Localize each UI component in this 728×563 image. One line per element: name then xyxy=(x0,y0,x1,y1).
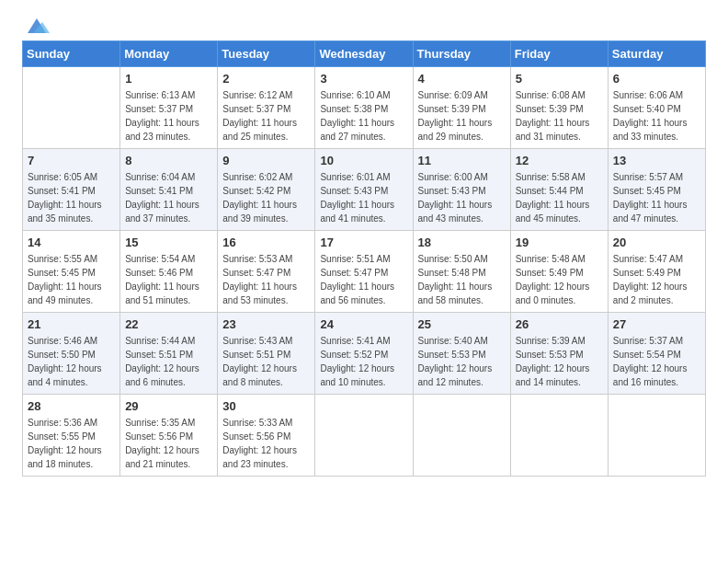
day-number: 11 xyxy=(418,154,506,167)
header-monday: Monday xyxy=(120,41,218,67)
day-number: 26 xyxy=(516,317,603,331)
calendar-cell: 23Sunrise: 5:43 AMSunset: 5:51 PMDayligh… xyxy=(218,313,315,395)
calendar-week-row: 14Sunrise: 5:55 AMSunset: 5:45 PMDayligh… xyxy=(23,231,706,313)
calendar-cell: 29Sunrise: 5:35 AMSunset: 5:56 PMDayligh… xyxy=(120,395,218,477)
day-number: 28 xyxy=(28,399,115,413)
day-number: 5 xyxy=(516,72,603,86)
calendar-cell: 4Sunrise: 6:09 AMSunset: 5:39 PMDaylight… xyxy=(413,67,510,149)
day-number: 4 xyxy=(418,72,506,86)
day-info: Sunrise: 5:47 AMSunset: 5:49 PMDaylight:… xyxy=(613,254,688,305)
day-number: 30 xyxy=(222,399,310,413)
day-number: 1 xyxy=(125,72,212,86)
day-info: Sunrise: 6:05 AMSunset: 5:41 PMDaylight:… xyxy=(28,172,102,224)
calendar-cell: 14Sunrise: 5:55 AMSunset: 5:45 PMDayligh… xyxy=(23,231,120,313)
day-number: 17 xyxy=(320,236,407,249)
day-number: 14 xyxy=(28,236,115,249)
day-number: 16 xyxy=(222,236,310,249)
day-number: 19 xyxy=(516,236,603,249)
day-number: 21 xyxy=(28,317,115,331)
day-info: Sunrise: 6:10 AMSunset: 5:38 PMDaylight:… xyxy=(320,90,394,142)
calendar-cell: 7Sunrise: 6:05 AMSunset: 5:41 PMDaylight… xyxy=(23,149,120,231)
day-info: Sunrise: 5:58 AMSunset: 5:44 PMDaylight:… xyxy=(516,172,590,224)
day-number: 6 xyxy=(613,72,700,86)
day-info: Sunrise: 5:44 AMSunset: 5:51 PMDaylight:… xyxy=(125,336,199,387)
day-number: 22 xyxy=(125,317,212,331)
day-info: Sunrise: 5:48 AMSunset: 5:49 PMDaylight:… xyxy=(516,254,590,305)
calendar-cell xyxy=(413,395,510,477)
calendar-cell xyxy=(510,395,608,477)
day-info: Sunrise: 5:46 AMSunset: 5:50 PMDaylight:… xyxy=(28,336,102,387)
calendar-cell: 28Sunrise: 5:36 AMSunset: 5:55 PMDayligh… xyxy=(23,395,120,477)
calendar-cell: 13Sunrise: 5:57 AMSunset: 5:45 PMDayligh… xyxy=(608,149,705,231)
day-number: 18 xyxy=(418,236,506,249)
day-info: Sunrise: 5:35 AMSunset: 5:56 PMDaylight:… xyxy=(125,418,199,469)
calendar-cell: 1Sunrise: 6:13 AMSunset: 5:37 PMDaylight… xyxy=(120,67,218,149)
logo-icon xyxy=(24,17,50,37)
calendar-cell: 2Sunrise: 6:12 AMSunset: 5:37 PMDaylight… xyxy=(218,67,315,149)
calendar-cell: 3Sunrise: 6:10 AMSunset: 5:38 PMDaylight… xyxy=(315,67,413,149)
day-info: Sunrise: 6:12 AMSunset: 5:37 PMDaylight:… xyxy=(222,90,297,142)
calendar-cell: 12Sunrise: 5:58 AMSunset: 5:44 PMDayligh… xyxy=(510,149,608,231)
calendar-cell: 16Sunrise: 5:53 AMSunset: 5:47 PMDayligh… xyxy=(218,231,315,313)
day-info: Sunrise: 5:55 AMSunset: 5:45 PMDaylight:… xyxy=(28,254,102,305)
calendar-week-row: 28Sunrise: 5:36 AMSunset: 5:55 PMDayligh… xyxy=(23,395,706,477)
calendar-cell: 15Sunrise: 5:54 AMSunset: 5:46 PMDayligh… xyxy=(120,231,218,313)
day-info: Sunrise: 6:06 AMSunset: 5:40 PMDaylight:… xyxy=(613,90,688,142)
day-number: 29 xyxy=(125,399,212,413)
calendar-cell: 26Sunrise: 5:39 AMSunset: 5:53 PMDayligh… xyxy=(510,313,608,395)
calendar-table: SundayMondayTuesdayWednesdayThursdayFrid… xyxy=(22,40,706,477)
calendar-week-row: 1Sunrise: 6:13 AMSunset: 5:37 PMDaylight… xyxy=(23,67,706,149)
day-info: Sunrise: 6:09 AMSunset: 5:39 PMDaylight:… xyxy=(418,90,493,142)
calendar-cell xyxy=(23,67,120,149)
calendar-cell: 11Sunrise: 6:00 AMSunset: 5:43 PMDayligh… xyxy=(413,149,510,231)
logo xyxy=(22,18,50,31)
header-tuesday: Tuesday xyxy=(218,41,315,67)
day-number: 9 xyxy=(222,154,310,167)
calendar-header-row: SundayMondayTuesdayWednesdayThursdayFrid… xyxy=(23,41,706,67)
day-number: 12 xyxy=(516,154,603,167)
day-number: 27 xyxy=(613,317,700,331)
day-number: 8 xyxy=(125,154,212,167)
day-number: 20 xyxy=(613,236,700,249)
header-sunday: Sunday xyxy=(23,41,120,67)
day-info: Sunrise: 5:39 AMSunset: 5:53 PMDaylight:… xyxy=(516,336,590,387)
day-info: Sunrise: 6:00 AMSunset: 5:43 PMDaylight:… xyxy=(418,172,493,224)
day-number: 2 xyxy=(222,72,310,86)
calendar-cell: 22Sunrise: 5:44 AMSunset: 5:51 PMDayligh… xyxy=(120,313,218,395)
day-info: Sunrise: 6:13 AMSunset: 5:37 PMDaylight:… xyxy=(125,90,199,142)
page-header xyxy=(22,18,706,31)
day-info: Sunrise: 5:33 AMSunset: 5:56 PMDaylight:… xyxy=(222,418,297,469)
calendar-cell: 10Sunrise: 6:01 AMSunset: 5:43 PMDayligh… xyxy=(315,149,413,231)
calendar-cell xyxy=(608,395,705,477)
day-info: Sunrise: 5:57 AMSunset: 5:45 PMDaylight:… xyxy=(613,172,688,224)
calendar-cell: 5Sunrise: 6:08 AMSunset: 5:39 PMDaylight… xyxy=(510,67,608,149)
header-saturday: Saturday xyxy=(608,41,705,67)
header-friday: Friday xyxy=(510,41,608,67)
day-info: Sunrise: 5:40 AMSunset: 5:53 PMDaylight:… xyxy=(418,336,493,387)
day-info: Sunrise: 5:50 AMSunset: 5:48 PMDaylight:… xyxy=(418,254,493,305)
day-info: Sunrise: 5:36 AMSunset: 5:55 PMDaylight:… xyxy=(28,418,102,469)
calendar-cell: 17Sunrise: 5:51 AMSunset: 5:47 PMDayligh… xyxy=(315,231,413,313)
calendar-cell: 18Sunrise: 5:50 AMSunset: 5:48 PMDayligh… xyxy=(413,231,510,313)
day-number: 24 xyxy=(320,317,407,331)
calendar-week-row: 21Sunrise: 5:46 AMSunset: 5:50 PMDayligh… xyxy=(23,313,706,395)
calendar-cell: 21Sunrise: 5:46 AMSunset: 5:50 PMDayligh… xyxy=(23,313,120,395)
calendar-cell: 9Sunrise: 6:02 AMSunset: 5:42 PMDaylight… xyxy=(218,149,315,231)
calendar-cell: 19Sunrise: 5:48 AMSunset: 5:49 PMDayligh… xyxy=(510,231,608,313)
calendar-cell: 30Sunrise: 5:33 AMSunset: 5:56 PMDayligh… xyxy=(218,395,315,477)
calendar-cell xyxy=(315,395,413,477)
header-wednesday: Wednesday xyxy=(315,41,413,67)
day-number: 7 xyxy=(28,154,115,167)
day-info: Sunrise: 5:37 AMSunset: 5:54 PMDaylight:… xyxy=(613,336,688,387)
calendar-cell: 25Sunrise: 5:40 AMSunset: 5:53 PMDayligh… xyxy=(413,313,510,395)
calendar-cell: 20Sunrise: 5:47 AMSunset: 5:49 PMDayligh… xyxy=(608,231,705,313)
calendar-cell: 8Sunrise: 6:04 AMSunset: 5:41 PMDaylight… xyxy=(120,149,218,231)
calendar-cell: 6Sunrise: 6:06 AMSunset: 5:40 PMDaylight… xyxy=(608,67,705,149)
day-number: 15 xyxy=(125,236,212,249)
calendar-cell: 27Sunrise: 5:37 AMSunset: 5:54 PMDayligh… xyxy=(608,313,705,395)
day-info: Sunrise: 5:54 AMSunset: 5:46 PMDaylight:… xyxy=(125,254,199,305)
day-info: Sunrise: 6:04 AMSunset: 5:41 PMDaylight:… xyxy=(125,172,199,224)
day-number: 25 xyxy=(418,317,506,331)
calendar-cell: 24Sunrise: 5:41 AMSunset: 5:52 PMDayligh… xyxy=(315,313,413,395)
day-number: 3 xyxy=(320,72,407,86)
